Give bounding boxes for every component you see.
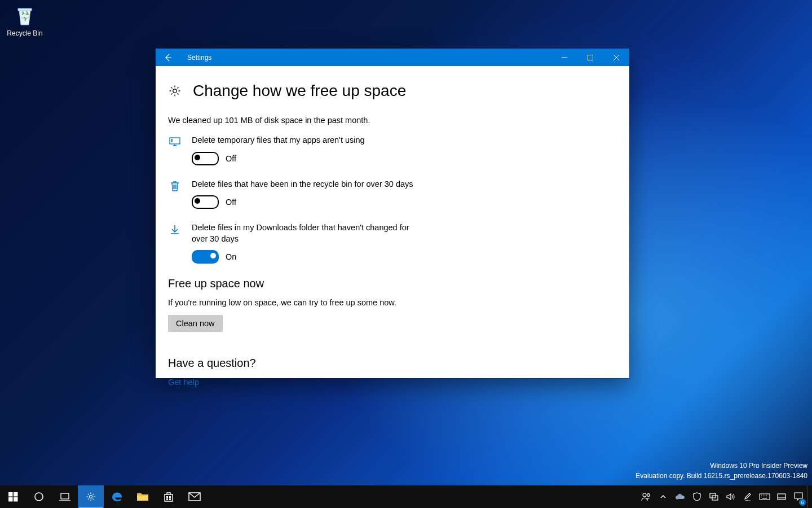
svg-point-9 bbox=[90, 496, 92, 498]
cleanup-summary: We cleaned up 101 MB of disk space in th… bbox=[168, 116, 617, 125]
section-question-title: Have a question? bbox=[168, 357, 617, 370]
option-label: Delete temporary files that my apps aren… bbox=[192, 135, 417, 146]
tray-network-icon[interactable] bbox=[705, 485, 722, 508]
option-label: Delete files that have been in the recyc… bbox=[192, 179, 417, 190]
svg-point-15 bbox=[647, 494, 650, 497]
svg-rect-19 bbox=[778, 494, 785, 500]
tray-keyboard-icon[interactable] bbox=[756, 485, 773, 508]
system-tray: 6 bbox=[638, 485, 812, 508]
trash-icon bbox=[168, 179, 182, 192]
taskbar-app-settings[interactable] bbox=[78, 485, 104, 508]
desktop-icon-recycle-bin[interactable]: Recycle Bin bbox=[5, 5, 45, 37]
toggle-state: Off bbox=[226, 154, 236, 163]
option-temp-files: Delete temporary files that my apps aren… bbox=[168, 135, 461, 165]
tray-onedrive-icon[interactable] bbox=[672, 485, 689, 508]
taskbar-app-store[interactable] bbox=[156, 485, 182, 508]
start-button[interactable] bbox=[0, 485, 26, 508]
svg-rect-10 bbox=[166, 496, 168, 498]
window-titlebar[interactable]: Settings bbox=[156, 49, 629, 66]
svg-rect-6 bbox=[14, 497, 18, 502]
tray-expand-icon[interactable] bbox=[655, 485, 672, 508]
clean-now-button[interactable]: Clean now bbox=[168, 315, 223, 332]
taskbar-app-edge[interactable] bbox=[104, 485, 130, 508]
svg-rect-11 bbox=[169, 496, 171, 498]
taskbar-app-mail[interactable] bbox=[182, 485, 208, 508]
taskbar-app-explorer[interactable] bbox=[130, 485, 156, 508]
svg-rect-3 bbox=[8, 492, 13, 497]
cortana-button[interactable] bbox=[26, 485, 52, 508]
tray-volume-icon[interactable] bbox=[722, 485, 739, 508]
svg-point-7 bbox=[35, 493, 43, 501]
tray-ink-icon[interactable] bbox=[739, 485, 756, 508]
svg-rect-0 bbox=[588, 55, 593, 60]
gear-icon bbox=[168, 84, 182, 98]
show-desktop-button[interactable] bbox=[807, 485, 811, 508]
svg-rect-13 bbox=[169, 498, 171, 500]
minimize-button[interactable] bbox=[551, 49, 577, 66]
back-button[interactable] bbox=[156, 49, 180, 66]
section-free-up-now-text: If you're running low on space, we can t… bbox=[168, 298, 617, 307]
section-free-up-now-title: Free up space now bbox=[168, 277, 617, 290]
svg-point-1 bbox=[173, 89, 176, 93]
tray-people-icon[interactable] bbox=[638, 485, 655, 508]
svg-rect-8 bbox=[61, 493, 69, 499]
recycle-bin-icon bbox=[5, 5, 45, 28]
svg-rect-5 bbox=[8, 497, 13, 502]
toggle-downloads[interactable] bbox=[192, 250, 219, 264]
svg-point-14 bbox=[643, 493, 646, 497]
settings-window: Settings Change how we free up space We … bbox=[156, 49, 629, 378]
toggle-recycle-bin[interactable] bbox=[192, 195, 219, 209]
toggle-state: On bbox=[226, 252, 236, 261]
tray-security-icon[interactable] bbox=[689, 485, 705, 508]
option-recycle-bin: Delete files that have been in the recyc… bbox=[168, 179, 461, 209]
close-button[interactable] bbox=[603, 49, 629, 66]
toggle-temp-files[interactable] bbox=[192, 152, 219, 165]
os-watermark: Windows 10 Pro Insider Preview Evaluatio… bbox=[636, 461, 807, 481]
taskbar: 6 bbox=[0, 485, 812, 508]
window-title: Settings bbox=[180, 54, 211, 62]
notification-badge: 6 bbox=[799, 499, 806, 506]
svg-rect-4 bbox=[14, 492, 18, 497]
download-icon bbox=[168, 222, 182, 236]
monitor-icon bbox=[168, 135, 182, 148]
get-help-link[interactable]: Get help bbox=[168, 378, 617, 387]
task-view-button[interactable] bbox=[52, 485, 78, 508]
tray-action-center-icon[interactable]: 6 bbox=[790, 485, 807, 508]
svg-rect-12 bbox=[166, 498, 168, 500]
maximize-button[interactable] bbox=[577, 49, 603, 66]
page-title: Change how we free up space bbox=[193, 82, 406, 100]
desktop-icon-label: Recycle Bin bbox=[5, 29, 45, 37]
tray-input-icon[interactable] bbox=[773, 485, 790, 508]
option-label: Delete files in my Downloads folder that… bbox=[192, 222, 417, 244]
option-downloads: Delete files in my Downloads folder that… bbox=[168, 222, 461, 264]
toggle-state: Off bbox=[226, 198, 236, 207]
